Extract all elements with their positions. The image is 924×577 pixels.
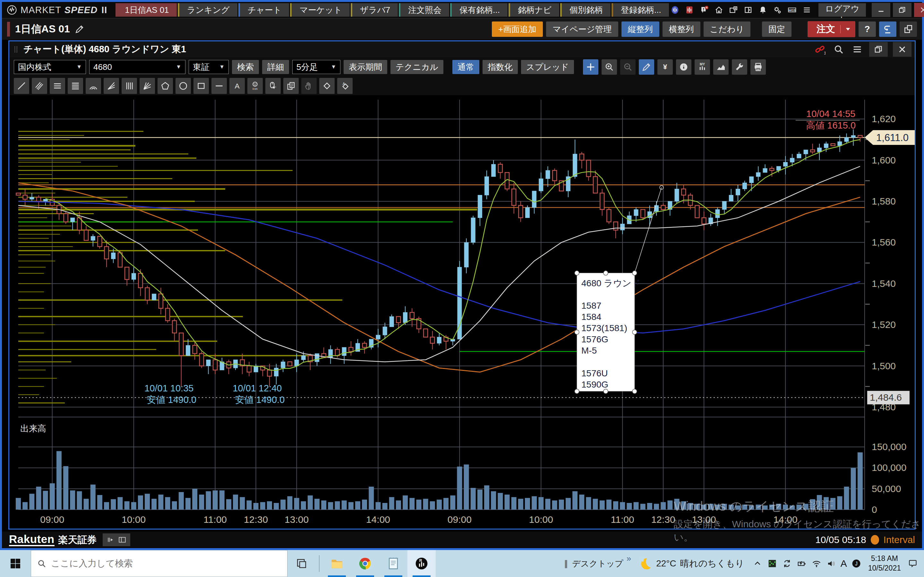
order-dropdown-caret-icon[interactable] bbox=[840, 25, 852, 33]
pagebar-button-縦整列[interactable]: 縦整列 bbox=[622, 21, 659, 37]
mode-button-スプレッド[interactable]: スプレッド bbox=[521, 60, 574, 74]
crosshair-icon-button[interactable] bbox=[583, 59, 598, 75]
chart-window-titlebar[interactable]: チャート(単体) 4680 ラウンドワン 東1 1 bbox=[9, 41, 915, 57]
menu-tab-登録銘柄...[interactable]: 登録銘柄... bbox=[612, 3, 669, 17]
info-icon-button[interactable] bbox=[676, 59, 691, 75]
draw-tool-text-button[interactable]: A bbox=[229, 78, 245, 94]
chart-red-icon[interactable] bbox=[683, 3, 696, 16]
menu-tab-ザラバ7[interactable]: ザラバ7 bbox=[351, 3, 398, 17]
chrome-button[interactable] bbox=[351, 550, 379, 577]
draw-tool-trend-line-button[interactable] bbox=[14, 78, 29, 94]
draw-tool-vertical-lines-button[interactable] bbox=[121, 78, 137, 94]
pagebar-button-+画面追加[interactable]: +画面追加 bbox=[492, 21, 543, 37]
start-button[interactable] bbox=[0, 550, 31, 577]
logout-button[interactable]: ログアウト bbox=[819, 3, 866, 17]
symbol-code-select[interactable]: 4680▼ bbox=[89, 60, 186, 74]
menu-tab-保有銘柄...[interactable]: 保有銘柄... bbox=[450, 3, 507, 17]
edit-page-name-icon[interactable] bbox=[74, 24, 85, 34]
notifications-alert-icon[interactable]: N bbox=[698, 3, 710, 16]
note-resize-handle[interactable] bbox=[575, 271, 579, 276]
taskbar-search-input[interactable] bbox=[51, 558, 281, 569]
draw-tool-eraser-all-button[interactable]: A bbox=[337, 78, 352, 94]
taskbar-clock[interactable]: 5:18 AM 10/5/2021 bbox=[868, 554, 901, 573]
my-candles-icon-button[interactable]: MY bbox=[695, 59, 710, 75]
draw-tool-icon-stamp-button[interactable]: icon bbox=[247, 78, 263, 94]
feedback-button[interactable] bbox=[879, 21, 897, 37]
yen-icon-button[interactable]: ¥ bbox=[657, 59, 673, 75]
notepad-button[interactable] bbox=[379, 550, 407, 577]
sync-icon[interactable] bbox=[780, 556, 795, 571]
pagebar-button-こだわり[interactable]: こだわり bbox=[704, 21, 750, 37]
show-hidden-icons-chevron[interactable] bbox=[750, 556, 765, 571]
draw-tool-pentagon-button[interactable] bbox=[158, 78, 173, 94]
menu-tab-個別銘柄[interactable]: 個別銘柄 bbox=[560, 3, 611, 17]
timeframe-select[interactable]: 5分足▼ bbox=[292, 60, 341, 74]
drag-handle-icon[interactable] bbox=[13, 43, 19, 56]
menu-tab-チャート[interactable]: チャート bbox=[238, 3, 289, 17]
hamburger-menu-icon[interactable] bbox=[801, 3, 813, 16]
web-icon[interactable]: WEB bbox=[786, 3, 798, 16]
window-menu-icon[interactable] bbox=[851, 43, 864, 56]
add-window-icon[interactable] bbox=[727, 3, 740, 16]
draw-tool-horizontal-line-button[interactable] bbox=[212, 78, 227, 94]
window-restore-button[interactable] bbox=[869, 42, 888, 57]
desktop-toolbar-label[interactable]: デスクトップ bbox=[572, 558, 624, 569]
taskbar-search[interactable] bbox=[31, 550, 288, 577]
popout-button[interactable] bbox=[900, 21, 917, 37]
draw-tool-eraser-button[interactable] bbox=[319, 78, 334, 94]
side-panel-icon[interactable] bbox=[742, 3, 754, 16]
mode-button-通常[interactable]: 通常 bbox=[452, 60, 479, 74]
action-center-icon[interactable] bbox=[905, 556, 920, 571]
draw-tool-hand-button[interactable] bbox=[301, 78, 317, 94]
draw-tool-ellipse-button[interactable] bbox=[176, 78, 191, 94]
marketspeed-taskbar-button[interactable]: R bbox=[407, 550, 436, 577]
toolbar-overflow-chevron[interactable]: » bbox=[627, 554, 631, 564]
minimize-button[interactable] bbox=[872, 3, 890, 17]
draw-tool-horizontal-lines-button[interactable] bbox=[50, 78, 65, 94]
pagebar-button-固定[interactable]: 固定 bbox=[762, 21, 792, 37]
note-resize-handle[interactable] bbox=[632, 330, 637, 334]
zoom-out-icon-button[interactable] bbox=[620, 59, 636, 75]
chart-area[interactable]: 1,6201,6001,5801,5601,5401,5201,5001,480… bbox=[9, 95, 915, 529]
printer-icon-button[interactable] bbox=[750, 59, 766, 75]
restore-button[interactable] bbox=[893, 3, 911, 17]
note-resize-handle[interactable] bbox=[632, 389, 637, 394]
weather-widget[interactable]: 22°C 晴れのちくもり bbox=[638, 556, 744, 571]
menu-tab-1日信AS 01[interactable]: 1日信AS 01 bbox=[115, 3, 176, 17]
note-resize-handle[interactable] bbox=[604, 271, 608, 276]
order-button[interactable]: 注文 bbox=[808, 21, 855, 37]
wifi-icon[interactable] bbox=[809, 556, 824, 571]
help-button[interactable]: ? bbox=[859, 21, 876, 37]
ime-language-icon[interactable]: J bbox=[849, 556, 864, 571]
task-view-button[interactable] bbox=[288, 550, 316, 577]
note-resize-handle[interactable] bbox=[604, 389, 608, 394]
ime-mode-indicator[interactable]: A bbox=[841, 558, 847, 569]
battery-icon[interactable] bbox=[795, 556, 809, 571]
technical-button[interactable]: テクニカル bbox=[391, 60, 443, 74]
menu-tab-銘柄ナビ[interactable]: 銘柄ナビ bbox=[509, 3, 559, 17]
window-close-button[interactable] bbox=[893, 42, 911, 57]
wrench-icon-button[interactable] bbox=[732, 59, 747, 75]
pagebar-button-マイページ管理[interactable]: マイページ管理 bbox=[546, 21, 618, 37]
display-period-button[interactable]: 表示期間 bbox=[344, 60, 387, 74]
bell-icon[interactable] bbox=[757, 3, 769, 16]
toolbar-grip[interactable]: ∥ bbox=[564, 559, 568, 569]
settings-gear-icon[interactable] bbox=[771, 3, 783, 16]
note-resize-handle[interactable] bbox=[632, 271, 637, 276]
link-group-icon[interactable]: 1 bbox=[813, 43, 827, 56]
close-button[interactable] bbox=[914, 3, 924, 17]
detail-button[interactable]: 詳細 bbox=[262, 60, 289, 74]
menu-tab-マーケット[interactable]: マーケット bbox=[290, 3, 349, 17]
chart-blue-icon[interactable] bbox=[669, 3, 681, 16]
note-resize-handle[interactable] bbox=[575, 330, 579, 334]
draw-tool-parallel-lines-button[interactable] bbox=[32, 78, 47, 94]
draw-tool-fibonacci-arcs-button[interactable] bbox=[86, 78, 101, 94]
area-chart-icon-button[interactable] bbox=[713, 59, 729, 75]
market-select[interactable]: 国内株式▼ bbox=[14, 60, 86, 74]
draw-tool-grid-lines-button[interactable] bbox=[68, 78, 83, 94]
pencil-icon-button[interactable] bbox=[639, 59, 654, 75]
menu-tab-ランキング[interactable]: ランキング bbox=[178, 3, 237, 17]
draw-tool-rectangle-button[interactable] bbox=[194, 78, 209, 94]
tray-chart-app-icon[interactable] bbox=[765, 556, 780, 571]
chart-canvas[interactable]: 1,6201,6001,5801,5601,5401,5201,5001,480… bbox=[9, 95, 915, 529]
